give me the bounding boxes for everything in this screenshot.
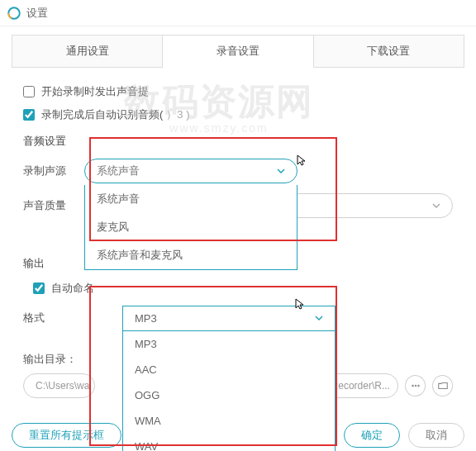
option-aac[interactable]: AAC bbox=[123, 357, 335, 382]
option-system-and-mic[interactable]: 系统声音和麦克风 bbox=[85, 241, 297, 269]
cancel-button[interactable]: 取消 bbox=[408, 423, 464, 448]
option-wma[interactable]: WMA bbox=[123, 408, 335, 434]
title-bar: 设置 bbox=[0, 0, 476, 26]
option-system-sound[interactable]: 系统声音 bbox=[85, 185, 297, 213]
option-microphone[interactable]: 麦克风 bbox=[85, 213, 297, 241]
window-title: 设置 bbox=[26, 6, 48, 21]
checkbox-beep-on-start[interactable]: 开始录制时发出声音提 bbox=[23, 84, 453, 99]
chevron-down-icon bbox=[277, 165, 285, 178]
label-format: 格式 bbox=[23, 306, 84, 325]
checkbox-auto-name-label: 自动命名 bbox=[51, 281, 94, 296]
svg-point-2 bbox=[415, 385, 416, 387]
option-ogg[interactable]: OGG bbox=[123, 382, 335, 408]
checkbox-auto-id3-label: 录制完成后自动识别音频( bbox=[41, 107, 163, 122]
select-format-value: MP3 bbox=[135, 312, 157, 325]
dropdown-record-source: 系统声音 麦克风 系统声音和麦克风 bbox=[84, 185, 298, 270]
select-format[interactable]: MP3 MP3 AAC OGG WMA WAV FLAC bbox=[122, 306, 336, 451]
tab-download[interactable]: 下载设置 bbox=[314, 35, 464, 67]
chevron-down-icon bbox=[432, 200, 440, 212]
tab-general[interactable]: 通用设置 bbox=[12, 35, 163, 67]
svg-point-4 bbox=[417, 385, 419, 387]
checkbox-auto-name[interactable]: 自动命名 bbox=[33, 281, 453, 296]
option-wav[interactable]: WAV bbox=[123, 434, 335, 451]
tab-record[interactable]: 录音设置 bbox=[163, 35, 313, 68]
label-output-dir: 输出目录： bbox=[23, 352, 84, 367]
checkbox-auto-id3-box[interactable] bbox=[23, 109, 35, 121]
svg-point-3 bbox=[412, 385, 413, 387]
open-folder-button[interactable] bbox=[432, 375, 453, 396]
select-record-source-value: 系统声音 bbox=[97, 164, 140, 178]
settings-tabs: 通用设置 录音设置 下载设置 bbox=[12, 35, 464, 68]
reset-button[interactable]: 重置所有提示框 bbox=[12, 423, 121, 448]
section-audio-title: 音频设置 bbox=[23, 134, 453, 149]
select-record-source[interactable]: 系统声音 bbox=[84, 159, 298, 183]
browse-button[interactable] bbox=[405, 375, 426, 396]
chevron-down-icon bbox=[315, 312, 323, 325]
checkbox-auto-name-box[interactable] bbox=[33, 282, 45, 294]
content-area: 开始录制时发出声音提 录制完成后自动识别音频( ）3 ) 音频设置 录制声源 系… bbox=[0, 68, 476, 451]
output-path-left[interactable]: C:\Users\wa bbox=[23, 373, 95, 398]
checkbox-auto-id3-suffix: ）3 ) bbox=[166, 107, 189, 122]
checkbox-beep-on-start-box[interactable] bbox=[23, 86, 35, 97]
option-mp3[interactable]: MP3 bbox=[123, 331, 335, 357]
label-record-source: 录制声源 bbox=[23, 164, 84, 178]
checkbox-auto-id3[interactable]: 录制完成后自动识别音频( ）3 ) bbox=[23, 107, 453, 122]
checkbox-beep-on-start-label: 开始录制时发出声音提 bbox=[41, 84, 149, 99]
ok-button[interactable]: 确定 bbox=[344, 423, 400, 448]
app-logo-icon bbox=[7, 6, 21, 21]
label-sound-quality: 声音质量 bbox=[23, 198, 84, 213]
